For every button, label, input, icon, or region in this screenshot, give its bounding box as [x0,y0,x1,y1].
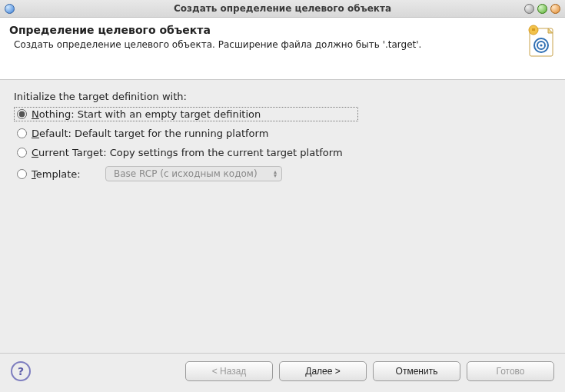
back-button[interactable]: < Назад [185,361,273,381]
init-prompt: Initialize the target definition with: [14,91,551,102]
radio-default-label: Default: Default target for the running … [32,128,268,139]
radio-nothing-label: Nothing: Start with an empty target defi… [32,108,261,120]
cancel-button[interactable]: Отменить [373,361,460,381]
radio-default-input[interactable] [17,128,27,138]
help-button[interactable]: ? [11,361,31,381]
radio-current-label: Current Target: Copy settings from the c… [32,147,343,158]
template-combo: Base RCP (с исходным кодом) ▴▾ [105,166,282,181]
svg-rect-5 [532,28,535,31]
wizard-content: Initialize the target definition with: N… [0,80,565,353]
radio-nothing-input[interactable] [17,109,27,119]
maximize-orb[interactable] [537,4,547,14]
close-orb[interactable] [550,4,560,14]
banner-heading: Определение целевого объекта [9,24,519,36]
window-menu-orb[interactable] [5,4,15,14]
window-title: Создать определение целевого объекта [0,3,565,14]
radio-template-input[interactable] [17,169,27,179]
radio-template-label: Template: [32,168,85,180]
svg-point-3 [540,44,542,46]
titlebar: Создать определение целевого объекта [0,0,565,18]
next-button[interactable]: Далее > [279,361,367,381]
wizard-footer: ? < Назад Далее > Отменить Готово [0,353,565,392]
template-combo-value: Base RCP (с исходным кодом) [114,168,258,179]
wizard-window: Создать определение целевого объекта Опр… [0,0,565,392]
minimize-orb[interactable] [524,4,534,14]
combo-spinner-icon: ▴▾ [274,170,277,178]
radio-option-template[interactable]: Template: Base RCP (с исходным кодом) ▴▾ [14,164,551,183]
radio-option-nothing[interactable]: Nothing: Start with an empty target defi… [14,107,358,121]
radio-current-input[interactable] [17,148,27,158]
radio-option-default[interactable]: Default: Default target for the running … [14,126,551,141]
wizard-banner: Определение целевого объекта Создать опр… [0,18,565,80]
banner-description: Создать определение целевого объекта. Ра… [9,39,519,50]
init-radio-group: Nothing: Start with an empty target defi… [14,107,551,183]
finish-button[interactable]: Готово [467,361,554,381]
target-definition-icon [525,24,556,58]
radio-option-current[interactable]: Current Target: Copy settings from the c… [14,145,551,160]
